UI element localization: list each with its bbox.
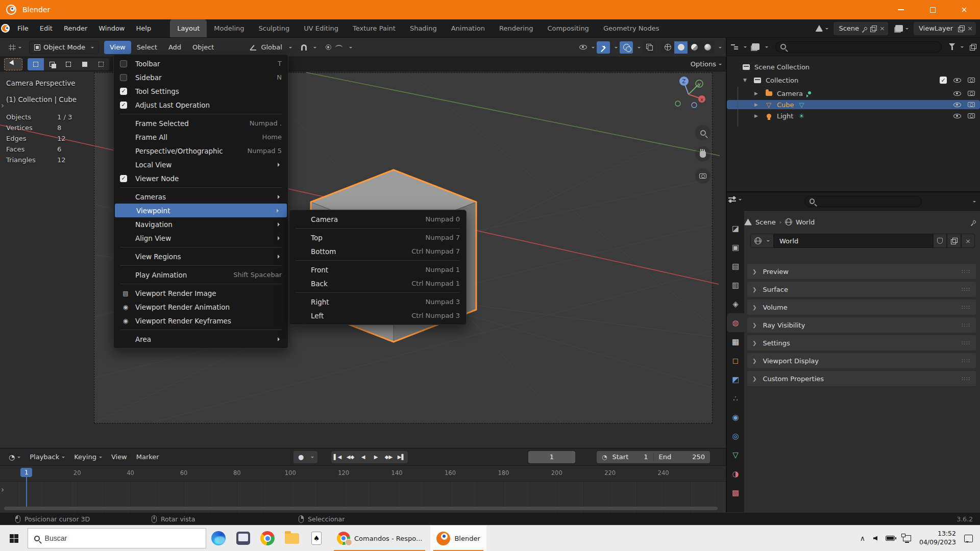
navigation-gizmo[interactable]: Z y x (672, 76, 707, 111)
active-tool-button[interactable] (4, 58, 22, 70)
playback-button-3[interactable]: ▶ (370, 452, 382, 462)
menubar-item[interactable]: Help (131, 19, 157, 37)
display-mode-icon[interactable] (752, 43, 760, 50)
workspace-tab[interactable]: Geometry Nodes (596, 19, 667, 37)
properties-tab[interactable]: ◉ (727, 408, 744, 427)
property-panel-header[interactable]: ❯ Ray Visibility ∷∷ (747, 317, 976, 333)
viewpoint-menu-item[interactable]: Bottom Ctrl Numpad 7 (289, 244, 466, 258)
copy-icon[interactable] (870, 26, 876, 32)
outliner-editor-icon[interactable] (731, 44, 738, 50)
breadcrumb-world[interactable]: World (796, 218, 815, 226)
new-collection-icon[interactable] (970, 44, 976, 50)
viewport-menu-item[interactable]: View (104, 41, 131, 54)
drag-handle-icon[interactable]: ∷∷ (962, 322, 971, 329)
menubar-item[interactable]: File (12, 19, 34, 37)
properties-tab[interactable]: ◍ (727, 313, 744, 332)
properties-tab[interactable]: ▤ (727, 257, 744, 276)
current-frame-line[interactable] (26, 477, 27, 509)
select-mode-intersect[interactable] (93, 58, 109, 70)
checkbox-icon[interactable] (120, 60, 127, 67)
view-menu-item[interactable]: ◉ Viewport Render Keyframes (114, 314, 288, 328)
close-button[interactable]: × (948, 0, 980, 19)
volume-icon[interactable] (873, 536, 877, 541)
row-label[interactable]: Camera (777, 90, 803, 97)
proportional-edit-icon[interactable] (326, 44, 331, 50)
playback-button-1[interactable]: ◀◆ (344, 452, 357, 462)
expander-arrow[interactable]: ▶ (754, 91, 764, 96)
keying-menu[interactable]: Keying (69, 451, 107, 463)
properties-tab[interactable]: ▽ (727, 445, 744, 464)
checkbox-icon[interactable] (120, 88, 127, 95)
playback-button-5[interactable]: ▶▌ (395, 452, 408, 462)
hidden-icons-chevron[interactable]: ∧ (860, 534, 865, 542)
checkbox-icon[interactable] (120, 175, 127, 182)
unlink-icon[interactable]: × (879, 24, 885, 32)
transform-orientation-icon[interactable] (250, 44, 257, 51)
orientation-label[interactable]: Global (261, 43, 282, 51)
view-menu-item[interactable]: Sidebar N (114, 70, 288, 84)
action-center-icon[interactable] (964, 535, 973, 542)
start-frame-field[interactable]: ◔ Start1 (597, 453, 653, 461)
playback-button-2[interactable]: ◀ (357, 452, 370, 462)
viewport-menu-item[interactable]: Select (131, 41, 163, 54)
copy-datablock-button[interactable] (947, 234, 961, 248)
viewpoint-menu-item[interactable] (289, 258, 466, 263)
movies-app-taskbar-icon[interactable] (231, 525, 255, 551)
world-browse-button[interactable] (750, 234, 774, 248)
outliner-search[interactable] (775, 41, 942, 53)
properties-tab[interactable]: ◈ (727, 294, 744, 313)
camera-view-button[interactable] (695, 168, 710, 184)
pin-icon[interactable] (972, 220, 976, 224)
file-explorer-taskbar-icon[interactable] (280, 525, 304, 551)
view-menu-item[interactable]: Frame Selected Numpad . (114, 116, 288, 130)
hide-eye-icon[interactable] (953, 103, 961, 107)
viewpoint-menu-item[interactable] (289, 290, 466, 295)
scene-name[interactable]: Scene (837, 24, 861, 32)
workspace-tab[interactable]: Sculpting (251, 19, 297, 37)
expander-arrow[interactable]: ▶ (754, 102, 764, 107)
playback-menu[interactable]: Playback (25, 451, 69, 463)
view-menu-item[interactable]: View Regions (114, 249, 288, 263)
shading-rendered-button[interactable] (701, 41, 714, 54)
taskbar-window-blender[interactable]: Blender (430, 525, 486, 551)
pin-icon[interactable] (864, 26, 868, 30)
unlink-datablock-button[interactable]: × (961, 234, 975, 248)
drag-handle-icon[interactable]: ∷∷ (962, 304, 971, 311)
drag-handle-icon[interactable]: ∷∷ (962, 375, 971, 382)
current-frame-field[interactable]: 1 (528, 451, 575, 463)
taskbar-window-chrome[interactable]: Comandos - Respo... (331, 525, 428, 551)
mode-dropdown[interactable]: Object Mode (29, 41, 99, 54)
expander-arrow[interactable]: ▶ (754, 113, 764, 118)
playback-button-4[interactable]: ◆▶ (382, 452, 395, 462)
filter-icon[interactable] (949, 43, 955, 50)
show-gizmo-toggle[interactable] (597, 41, 610, 54)
render-visibility-icon[interactable] (968, 102, 975, 107)
view-menu-item[interactable]: Cameras (114, 190, 288, 204)
viewlayer-selector[interactable]: ViewLayer × (914, 22, 976, 35)
properties-tab[interactable]: ∴ (727, 389, 744, 408)
breadcrumb-scene[interactable]: Scene (755, 218, 776, 226)
workspace-tab[interactable]: Compositing (540, 19, 596, 37)
toolbar-expand-arrow[interactable]: › (1, 101, 4, 110)
viewpoint-menu-item[interactable] (289, 226, 466, 231)
properties-editor-type-button[interactable] (728, 196, 743, 203)
drag-handle-icon[interactable]: ∷∷ (962, 286, 971, 293)
workspace-tab[interactable]: Modeling (207, 19, 251, 37)
property-panel-header[interactable]: ❯ Custom Properties ∷∷ (747, 371, 976, 386)
hide-eye-icon[interactable] (953, 114, 961, 118)
viewport-menu-item[interactable]: Object (187, 41, 219, 54)
view-menu-item[interactable] (114, 263, 288, 268)
outliner-row[interactable]: ▶ ▽ Cube ▽☀ ✓ (727, 100, 980, 109)
xray-toggle[interactable] (643, 41, 656, 54)
properties-tab[interactable]: ▩ (727, 483, 744, 502)
edge-taskbar-icon[interactable] (206, 525, 231, 551)
world-name-field[interactable]: World (774, 234, 933, 248)
workspace-tab[interactable]: UV Editing (297, 19, 346, 37)
playback-button-0[interactable]: ▌◀ (331, 452, 344, 462)
properties-tab[interactable]: ◎ (727, 427, 744, 445)
minimize-button[interactable] (885, 0, 917, 19)
timeline-ruler[interactable]: 120406080100120140160180200220240 (0, 466, 726, 482)
drag-handle-icon[interactable]: ∷∷ (962, 340, 971, 346)
row-label[interactable]: Collection (766, 77, 798, 84)
viewpoint-menu-item[interactable]: Left Ctrl Numpad 3 (289, 309, 466, 322)
